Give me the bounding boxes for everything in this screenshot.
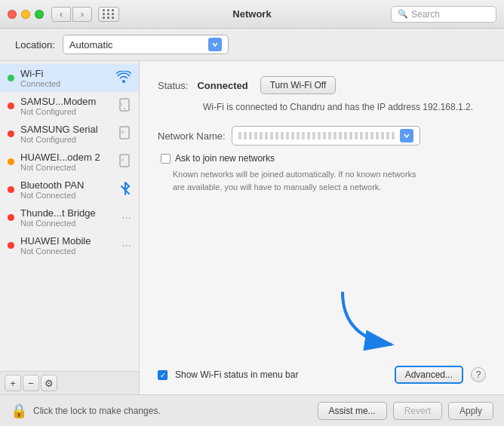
blue-arrow-icon [335, 284, 403, 352]
status-dot-thunderbolt [8, 214, 14, 221]
ask-join-hint: Known networks will be joined automatica… [173, 168, 429, 193]
sidebar-item-bluetooth-pan[interactable]: Bluetooth PAN Not Connected [0, 176, 139, 204]
lock-icon[interactable]: 🔒 [11, 403, 27, 419]
traffic-lights [8, 10, 44, 19]
network-name-blurred [238, 132, 395, 139]
phone-icon-samsu: ≋ [118, 98, 131, 114]
status-row: Status: Connected Turn Wi-Fi Off [158, 76, 486, 94]
main-content: Location: Automatic Wi-Fi Connected [0, 29, 504, 426]
assist-button[interactable]: Assist me... [318, 402, 387, 420]
maximize-button[interactable] [35, 10, 44, 19]
location-bar: Location: Automatic [0, 29, 504, 61]
network-name-input[interactable] [232, 126, 420, 146]
phone-icon-huawei: ≋ [118, 154, 131, 170]
item-text-samsung: SAMSUNG Serial Not Configured [20, 124, 115, 144]
status-description: Wi-Fi is connected to Chandru and has th… [203, 100, 486, 114]
item-name-huawei-mobile: HUAWEI Mobile [20, 235, 118, 247]
location-label: Location: [15, 39, 55, 51]
ask-join-checkbox[interactable] [161, 154, 171, 164]
item-status-thunderbolt: Not Connected [20, 219, 118, 228]
sidebar-item-samsu-modem[interactable]: SAMSU...Modem Not Configured ≋ [0, 92, 139, 120]
location-arrow-icon [208, 38, 222, 51]
bluetooth-icon [119, 181, 131, 199]
bridge-icon-thunderbolt: ⋯ [121, 212, 131, 223]
titlebar: ‹ › Network 🔍 Search [0, 0, 504, 29]
item-name-wifi: Wi-Fi [20, 68, 113, 79]
status-label: Status: [158, 80, 188, 91]
network-settings-button[interactable]: ⚙ [41, 375, 57, 391]
item-name-huawei: HUAWEI...odem 2 [20, 152, 115, 163]
search-bar[interactable]: 🔍 Search [391, 6, 496, 23]
close-button[interactable] [8, 10, 17, 19]
network-name-label: Network Name: [158, 130, 226, 142]
nav-buttons: ‹ › [51, 7, 92, 22]
search-icon: 🔍 [398, 9, 408, 19]
help-button[interactable]: ? [471, 367, 486, 382]
status-value: Connected [197, 80, 247, 91]
window-title: Network [232, 8, 271, 20]
forward-button[interactable]: › [72, 7, 92, 22]
phone-icon-samsung: ≋ [118, 126, 131, 143]
item-status-huawei-mobile: Not Connected [20, 247, 118, 256]
status-dot-bluetooth [8, 186, 14, 193]
sidebar-item-wifi[interactable]: Wi-Fi Connected [0, 64, 139, 92]
sidebar-item-samsung-serial[interactable]: SAMSUNG Serial Not Configured ≋ [0, 120, 139, 148]
item-name-thunderbolt: Thunde...t Bridge [20, 207, 118, 219]
item-status-samsung: Not Configured [20, 135, 115, 144]
detail-panel: Status: Connected Turn Wi-Fi Off Wi-Fi i… [140, 61, 504, 394]
arrow-area [158, 204, 486, 360]
add-network-button[interactable]: + [5, 375, 21, 391]
bottom-row: ✓ Show Wi-Fi status in menu bar Advanced… [158, 360, 486, 387]
item-text-thunderbolt: Thunde...t Bridge Not Connected [20, 207, 118, 228]
item-text-huawei: HUAWEI...odem 2 Not Connected [20, 152, 115, 172]
remove-network-button[interactable]: − [23, 375, 39, 391]
footer: 🔒 Click the lock to make changes. Assist… [0, 394, 504, 426]
grid-button[interactable] [98, 7, 119, 22]
search-placeholder: Search [411, 9, 440, 20]
item-text-huawei-mobile: HUAWEI Mobile Not Connected [20, 235, 118, 256]
item-status-huawei: Not Connected [20, 163, 115, 172]
minimize-button[interactable] [21, 10, 30, 19]
sidebar-item-huawei-mobile[interactable]: HUAWEI Mobile Not Connected ⋯ [0, 231, 139, 259]
item-status-samsu: Not Configured [20, 107, 115, 116]
item-status-wifi: Connected [20, 79, 113, 88]
item-text-samsu: SAMSU...Modem Not Configured [20, 96, 115, 116]
body: Wi-Fi Connected SAMSU...Modem Not Config… [0, 61, 504, 394]
svg-text:≋: ≋ [121, 158, 124, 162]
apply-button[interactable]: Apply [448, 402, 493, 420]
item-name-samsung: SAMSUNG Serial [20, 124, 115, 135]
status-dot-samsung [8, 130, 14, 137]
back-button[interactable]: ‹ [51, 7, 71, 22]
advanced-button[interactable]: Advanced... [395, 366, 463, 384]
status-dot-samsu [8, 103, 14, 109]
status-dot-wifi [8, 75, 14, 81]
location-dropdown[interactable]: Automatic [63, 35, 229, 54]
sidebar-item-huawei-modem[interactable]: HUAWEI...odem 2 Not Connected ≋ [0, 148, 139, 176]
network-name-row: Network Name: [158, 126, 486, 146]
item-name-bluetooth: Bluetooth PAN [20, 179, 116, 191]
item-text-bluetooth: Bluetooth PAN Not Connected [20, 179, 116, 200]
revert-button[interactable]: Revert [393, 402, 442, 420]
location-value: Automatic [69, 39, 113, 51]
item-text-wifi: Wi-Fi Connected [20, 68, 113, 88]
svg-text:≋: ≋ [120, 102, 123, 106]
item-name-samsu: SAMSU...Modem [20, 96, 115, 107]
item-status-bluetooth: Not Connected [20, 191, 116, 200]
sidebar-item-thunderbolt[interactable]: Thunde...t Bridge Not Connected ⋯ [0, 204, 139, 231]
sidebar: Wi-Fi Connected SAMSU...Modem Not Config… [0, 61, 140, 394]
ask-join-row: Ask to join new networks [161, 153, 486, 164]
show-wifi-label: Show Wi-Fi status in menu bar [175, 369, 387, 380]
sidebar-toolbar: + − ⚙ [0, 371, 139, 394]
turn-wifi-button[interactable]: Turn Wi-Fi Off [260, 76, 337, 94]
network-name-arrow-icon [400, 129, 413, 143]
bridge-icon-huawei-mobile: ⋯ [121, 240, 131, 251]
status-dot-huawei-mobile [8, 242, 14, 249]
show-wifi-checkbox[interactable]: ✓ [158, 370, 167, 380]
ask-join-label: Ask to join new networks [175, 153, 275, 164]
svg-text:≋: ≋ [121, 130, 124, 134]
status-dot-huawei [8, 158, 14, 165]
wifi-icon [116, 71, 131, 86]
lock-text: Click the lock to make changes. [33, 406, 312, 416]
network-list: Wi-Fi Connected SAMSU...Modem Not Config… [0, 61, 139, 371]
